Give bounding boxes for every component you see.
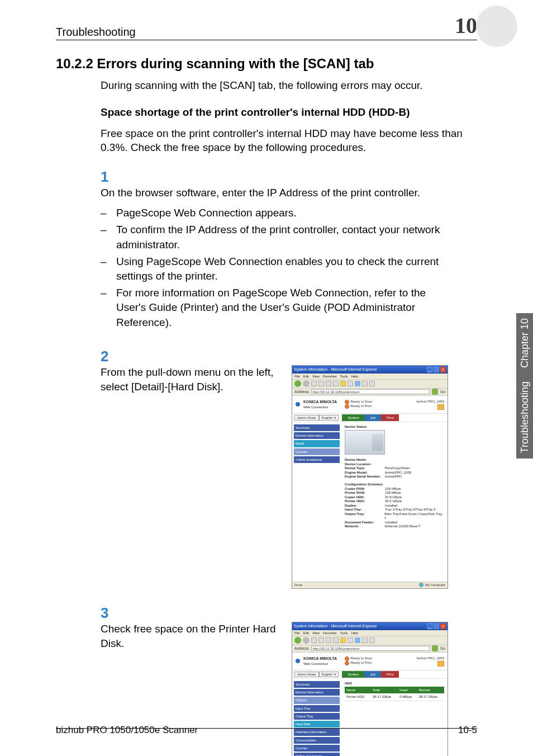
refresh-icon[interactable] (318, 637, 324, 643)
col-name: Name (345, 687, 371, 693)
tab-system[interactable]: System (342, 671, 364, 678)
menu-item[interactable]: Favorites (323, 631, 337, 635)
kv-val: 37.8 GByte (385, 495, 402, 500)
ready-print-label: Ready to Print (350, 404, 372, 409)
menu-item[interactable]: Help (351, 631, 358, 635)
mail-icon[interactable] (362, 381, 368, 386)
menu-item[interactable]: Tools (340, 374, 348, 379)
panel-title: Device Status (345, 424, 444, 429)
step-number: 2 (101, 348, 127, 365)
media-icon[interactable] (348, 381, 353, 386)
nav-detail[interactable]: Detail (294, 440, 340, 447)
address-input[interactable]: http://10.11.32.128/system/sum (311, 646, 430, 651)
section-heading: 10.2.2 Errors during scanning with the [… (56, 56, 477, 72)
side-nav: Summary Device Information Options Input… (292, 679, 341, 756)
mail-icon[interactable] (362, 637, 368, 643)
maximize-icon[interactable]: □ (434, 367, 439, 372)
brand-header: KONICA MINOLTA Web Connection Ready to S… (292, 653, 448, 670)
step-1: 1 On the browser software, enter the IP … (101, 168, 477, 332)
col-used: Used (398, 687, 417, 693)
menu-item[interactable]: File (294, 631, 300, 635)
stop-icon[interactable] (311, 381, 317, 386)
cell-name: Printer HDD (345, 693, 371, 701)
ready-scan-label: Ready to Scan (350, 656, 372, 661)
close-icon[interactable]: × (440, 367, 446, 372)
tab-print[interactable]: Print (381, 671, 399, 678)
nav-input-tray[interactable]: Input Tray (294, 705, 340, 712)
nav-summary[interactable]: Summary (294, 424, 340, 431)
maximize-icon[interactable]: □ (434, 623, 439, 629)
kv-val: Ethernet 10/100 Base-T (385, 525, 421, 529)
refresh-icon[interactable] (318, 381, 324, 386)
ready-status: Ready to Scan Ready to Print (345, 656, 372, 665)
go-button[interactable] (432, 389, 438, 395)
kv-key: Input Tray: (345, 508, 383, 512)
menu-item[interactable]: View (312, 374, 320, 379)
forward-icon[interactable] (303, 380, 310, 387)
nav-options[interactable]: Options (294, 697, 340, 703)
nav-online-assistance[interactable]: Online Assistance (294, 753, 340, 756)
menu-item[interactable]: Tools (340, 631, 348, 635)
device-indicator: bizhub PRO_1050 (417, 656, 444, 666)
nav-online-assistance[interactable]: Online Assistance (294, 456, 340, 463)
col-remain: Remain (417, 687, 444, 693)
side-tab-title: Troubleshooting (519, 381, 531, 453)
ready-scan-icon (345, 656, 349, 661)
home-icon[interactable] (326, 637, 331, 643)
subhead: Space shortage of the print controller's… (101, 106, 477, 119)
ready-print-label: Ready to Print (350, 661, 372, 665)
language-select[interactable]: English▾ (319, 672, 339, 677)
close-icon[interactable]: × (440, 623, 446, 629)
menu-item[interactable]: File (294, 374, 300, 379)
favorites-icon[interactable] (340, 381, 346, 386)
browser-menubar: File Edit View Favorites Tools Help (292, 374, 448, 380)
step-2: 2 From the pull-down menu on the left, s… (101, 348, 477, 589)
konica-logo-icon (296, 402, 300, 407)
tab-job[interactable]: Job (364, 414, 381, 421)
brand-sub: Web Connection (303, 405, 337, 409)
tab-print[interactable]: Print (381, 414, 399, 421)
back-icon[interactable] (294, 637, 301, 644)
admin-mode-select[interactable]: Admin Mode (294, 415, 319, 420)
zone-icon (419, 583, 423, 587)
browser-toolbar (292, 636, 448, 645)
minimize-icon[interactable]: _ (427, 623, 432, 629)
config-head: Configuration Summary (345, 482, 444, 486)
forward-icon[interactable] (303, 637, 310, 644)
nav-device-info[interactable]: Device Information (294, 432, 340, 439)
admin-mode-select[interactable]: Admin Mode (294, 672, 319, 677)
language-select[interactable]: English▾ (319, 415, 339, 420)
nav-summary[interactable]: Summary (294, 681, 340, 688)
menu-item[interactable]: Edit (303, 374, 309, 379)
nav-device-info[interactable]: Device Information (294, 689, 340, 696)
minimize-icon[interactable]: _ (427, 367, 432, 372)
history-icon[interactable] (355, 381, 360, 386)
nav-counter[interactable]: Counter (294, 745, 340, 752)
nav-counter[interactable]: Counter (294, 448, 340, 455)
tab-job[interactable]: Job (364, 671, 381, 678)
nav-output-tray[interactable]: Output Tray (294, 713, 340, 720)
back-icon[interactable] (294, 380, 301, 387)
home-icon[interactable] (326, 381, 331, 386)
menu-item[interactable]: Edit (303, 631, 309, 635)
side-tab-chapter: Chapter 10 (519, 318, 531, 368)
kv-key: Network: (345, 525, 383, 529)
print-icon[interactable] (369, 637, 375, 643)
kv-key: Engine Model: (345, 471, 383, 475)
search-icon[interactable] (333, 637, 339, 643)
tab-system[interactable]: System (342, 414, 364, 421)
step-3-text: Check free space on the Printer Hard Dis… (101, 622, 283, 651)
favorites-icon[interactable] (340, 637, 346, 643)
print-icon[interactable] (369, 381, 375, 386)
menu-item[interactable]: Favorites (323, 374, 337, 379)
menu-item[interactable]: Help (351, 374, 358, 379)
address-input[interactable]: http://10.11.32.128/system/sum (311, 389, 430, 394)
stop-icon[interactable] (311, 637, 317, 643)
window-titlebar: System Information - Microsoft Internet … (292, 366, 448, 374)
search-icon[interactable] (333, 381, 339, 386)
go-button[interactable] (432, 645, 438, 651)
col-total: Total (371, 687, 398, 693)
media-icon[interactable] (348, 637, 353, 643)
menu-item[interactable]: View (312, 631, 320, 635)
history-icon[interactable] (355, 637, 360, 643)
